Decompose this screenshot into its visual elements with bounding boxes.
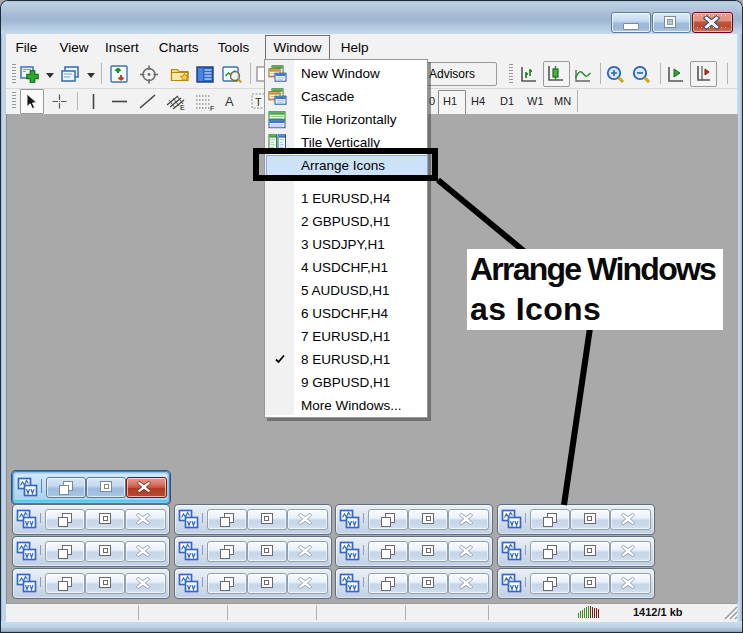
svg-text:T: T (255, 96, 262, 108)
svg-text:F: F (210, 105, 214, 112)
svg-text:E: E (180, 104, 185, 111)
